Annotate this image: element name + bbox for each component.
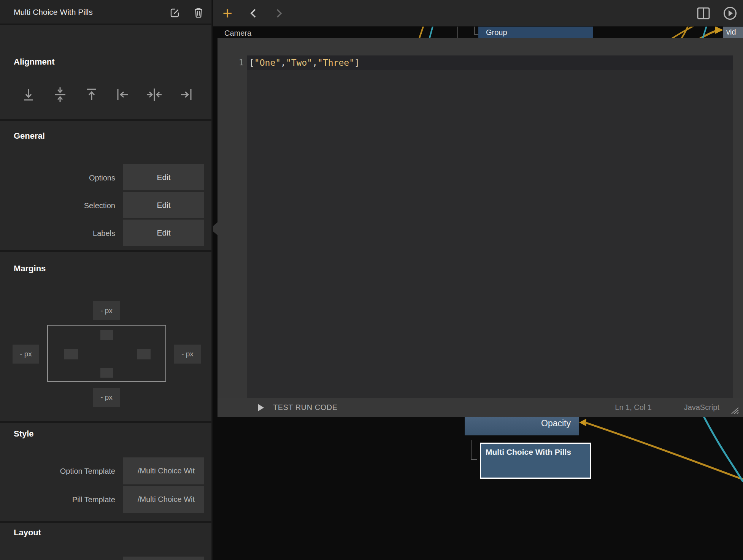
add-patch-button[interactable]: + <box>218 0 237 27</box>
code-editor[interactable]: ["One","Two","Three"] <box>247 55 733 398</box>
option-template-label: Option Template <box>13 467 115 476</box>
margin-right-input[interactable]: - px <box>174 345 201 364</box>
general-section: General Options Edit Selection Edit Labe… <box>0 121 211 250</box>
style-section: Style Option Template /Multi Choice Wit … <box>0 423 211 521</box>
options-edit-button[interactable]: Edit <box>123 164 204 190</box>
line-number: 1 <box>234 55 244 70</box>
rename-pencil-icon[interactable] <box>169 6 181 19</box>
wire-arrowhead-left <box>579 419 586 426</box>
option-template-value[interactable]: /Multi Choice Wit <box>123 457 204 484</box>
forward-chevron-icon[interactable] <box>271 0 287 27</box>
align-horizontal-center-icon[interactable] <box>146 86 163 103</box>
wire-orange <box>585 422 743 479</box>
tree-elbow-connector <box>471 440 477 460</box>
run-play-icon[interactable] <box>722 0 738 27</box>
margins-diagram <box>47 325 166 382</box>
inspector-panel: Multi Choice With Pills Alignment <box>0 0 213 560</box>
margin-top-input[interactable]: - px <box>93 301 120 320</box>
layout-heading: Layout <box>14 528 41 538</box>
selection-edit-button[interactable]: Edit <box>123 192 204 218</box>
group-node[interactable]: Group <box>478 27 593 39</box>
editor-status-bar: TEST RUN CODE Ln 1, Col 1 JavaScript <box>218 398 743 417</box>
workspace: Camera Group vid Opacity Multi Choice Wi… <box>213 0 743 560</box>
multi-choice-node-selected[interactable]: Multi Choice With Pills <box>480 443 591 479</box>
test-run-code-button[interactable]: TEST RUN CODE <box>273 398 337 417</box>
selection-label: Selection <box>13 201 115 210</box>
opacity-node[interactable]: Opacity <box>465 417 579 435</box>
alignment-heading: Alignment <box>14 57 55 67</box>
style-heading: Style <box>14 429 34 439</box>
align-right-icon[interactable] <box>177 86 195 103</box>
alignment-section: Alignment <box>0 25 211 119</box>
resize-grip[interactable] <box>730 406 740 414</box>
split-view-icon[interactable] <box>696 0 711 27</box>
alignment-buttons <box>20 86 195 103</box>
options-label: Options <box>13 174 115 182</box>
margin-top-handle[interactable] <box>100 330 113 340</box>
video-node[interactable]: vid <box>723 27 743 38</box>
general-heading: General <box>14 131 45 141</box>
margin-left-input[interactable]: - px <box>13 345 39 364</box>
pill-template-label: Pill Template <box>13 495 115 504</box>
wire-teal <box>700 408 743 482</box>
layout-partial-button[interactable] <box>123 557 204 560</box>
run-code-play-icon[interactable] <box>258 404 264 411</box>
trash-icon[interactable] <box>192 6 205 19</box>
code-line-1[interactable]: ["One","Two","Three"] <box>247 55 733 70</box>
margins-heading: Margins <box>14 264 46 274</box>
labels-label: Labels <box>13 229 115 238</box>
cursor-position: Ln 1, Col 1 <box>615 398 652 417</box>
margin-bottom-handle[interactable] <box>100 368 113 378</box>
align-vertical-center-icon[interactable] <box>51 86 69 103</box>
margin-bottom-input[interactable]: - px <box>93 388 120 407</box>
pill-template-value[interactable]: /Multi Choice Wit <box>123 486 204 513</box>
margin-right-handle[interactable] <box>137 349 151 359</box>
margins-section: Margins - px - px - px - px <box>0 252 211 421</box>
graph-toolbar: + <box>213 0 743 27</box>
align-top-icon[interactable] <box>83 86 100 103</box>
labels-edit-button[interactable]: Edit <box>123 220 204 246</box>
language-label: JavaScript <box>684 398 719 417</box>
align-bottom-icon[interactable] <box>20 86 37 103</box>
code-editor-popover: 1 ["One","Two","Three"] TEST RUN CODE Ln… <box>218 38 743 417</box>
opacity-node-label: Opacity <box>541 418 571 435</box>
tree-connector-line <box>457 27 458 38</box>
camera-node[interactable]: Camera <box>224 29 251 38</box>
back-chevron-icon[interactable] <box>246 0 261 27</box>
inspector-header: Multi Choice With Pills <box>0 0 211 24</box>
margin-left-handle[interactable] <box>64 349 78 359</box>
align-left-icon[interactable] <box>114 86 132 103</box>
wire-arrowhead-right <box>715 26 723 34</box>
layout-section: Layout <box>0 523 211 560</box>
selected-patch-title: Multi Choice With Pills <box>14 0 93 24</box>
